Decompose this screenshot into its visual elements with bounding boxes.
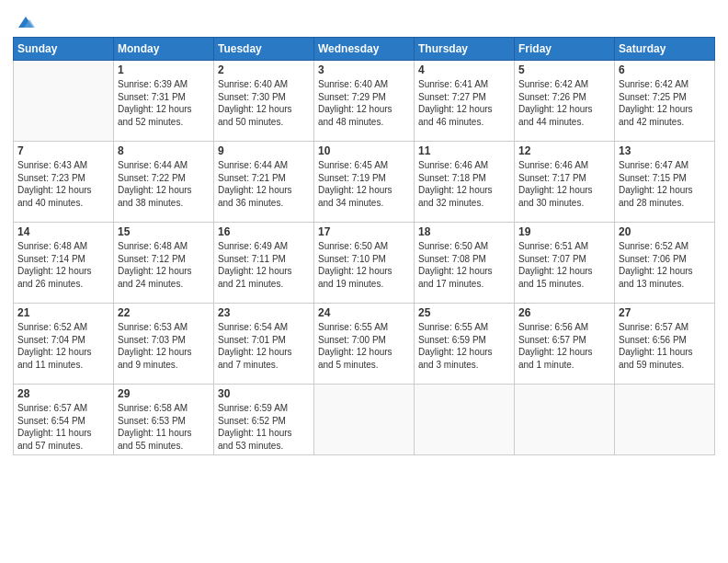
cell-details: Sunrise: 6:45 AMSunset: 7:19 PMDaylight:… [318, 159, 410, 209]
daylight-text: Daylight: 12 hours and 46 minutes. [418, 103, 510, 128]
daylight-text: Daylight: 12 hours and 28 minutes. [619, 184, 711, 209]
daylight-text: Daylight: 12 hours and 5 minutes. [318, 346, 410, 371]
calendar-cell: 14Sunrise: 6:48 AMSunset: 7:14 PMDayligh… [14, 223, 114, 304]
daylight-text: Daylight: 12 hours and 50 minutes. [218, 103, 310, 128]
day-number: 9 [218, 144, 310, 157]
day-number: 16 [218, 225, 310, 238]
daylight-text: Daylight: 12 hours and 40 minutes. [17, 184, 109, 209]
daylight-text: Daylight: 11 hours and 57 minutes. [17, 427, 109, 452]
calendar-cell [14, 61, 114, 142]
cell-details: Sunrise: 6:46 AMSunset: 7:17 PMDaylight:… [518, 159, 610, 209]
calendar-cell: 1Sunrise: 6:39 AMSunset: 7:31 PMDaylight… [114, 61, 214, 142]
calendar-header-thursday: Thursday [415, 38, 515, 61]
calendar-header-friday: Friday [515, 38, 615, 61]
day-number: 10 [318, 144, 410, 157]
calendar-cell [415, 385, 515, 455]
sunrise-text: Sunrise: 6:40 AM [218, 78, 310, 91]
daylight-text: Daylight: 12 hours and 30 minutes. [518, 184, 610, 209]
day-number: 30 [218, 387, 310, 400]
calendar-cell: 7Sunrise: 6:43 AMSunset: 7:23 PMDaylight… [14, 142, 114, 223]
day-number: 12 [518, 144, 610, 157]
day-number: 23 [218, 306, 310, 319]
cell-details: Sunrise: 6:42 AMSunset: 7:26 PMDaylight:… [518, 78, 610, 128]
calendar-cell: 27Sunrise: 6:57 AMSunset: 6:56 PMDayligh… [615, 304, 715, 385]
sunrise-text: Sunrise: 6:47 AM [619, 159, 711, 172]
daylight-text: Daylight: 12 hours and 17 minutes. [418, 265, 510, 290]
sunrise-text: Sunrise: 6:52 AM [17, 321, 109, 334]
sunset-text: Sunset: 7:23 PM [17, 172, 109, 185]
sunset-text: Sunset: 7:12 PM [118, 253, 210, 266]
day-number: 18 [418, 225, 510, 238]
sunset-text: Sunset: 7:11 PM [218, 253, 310, 266]
day-number: 6 [619, 63, 711, 76]
day-number: 24 [318, 306, 410, 319]
calendar-cell: 24Sunrise: 6:55 AMSunset: 7:00 PMDayligh… [314, 304, 415, 385]
sunrise-text: Sunrise: 6:59 AM [218, 402, 310, 415]
daylight-text: Daylight: 12 hours and 24 minutes. [118, 265, 210, 290]
sunset-text: Sunset: 7:31 PM [118, 91, 210, 104]
day-number: 1 [118, 63, 210, 76]
day-number: 13 [619, 144, 711, 157]
daylight-text: Daylight: 11 hours and 53 minutes. [218, 427, 310, 452]
sunset-text: Sunset: 7:30 PM [218, 91, 310, 104]
cell-details: Sunrise: 6:42 AMSunset: 7:25 PMDaylight:… [619, 78, 711, 128]
day-number: 2 [218, 63, 310, 76]
day-number: 4 [418, 63, 510, 76]
sunrise-text: Sunrise: 6:56 AM [518, 321, 610, 334]
calendar-cell [615, 385, 715, 455]
calendar-week-3: 14Sunrise: 6:48 AMSunset: 7:14 PMDayligh… [14, 223, 715, 304]
cell-details: Sunrise: 6:50 AMSunset: 7:08 PMDaylight:… [418, 240, 510, 290]
sunrise-text: Sunrise: 6:50 AM [418, 240, 510, 253]
calendar-cell: 11Sunrise: 6:46 AMSunset: 7:18 PMDayligh… [415, 142, 515, 223]
calendar-header-wednesday: Wednesday [314, 38, 415, 61]
calendar-week-5: 28Sunrise: 6:57 AMSunset: 6:54 PMDayligh… [14, 385, 715, 455]
sunset-text: Sunset: 7:07 PM [518, 253, 610, 266]
daylight-text: Daylight: 12 hours and 19 minutes. [318, 265, 410, 290]
sunset-text: Sunset: 7:27 PM [418, 91, 510, 104]
calendar-cell: 18Sunrise: 6:50 AMSunset: 7:08 PMDayligh… [415, 223, 515, 304]
calendar-cell: 26Sunrise: 6:56 AMSunset: 6:57 PMDayligh… [515, 304, 615, 385]
cell-details: Sunrise: 6:54 AMSunset: 7:01 PMDaylight:… [218, 321, 310, 371]
calendar-cell: 9Sunrise: 6:44 AMSunset: 7:21 PMDaylight… [214, 142, 314, 223]
sunrise-text: Sunrise: 6:41 AM [418, 78, 510, 91]
calendar-cell: 3Sunrise: 6:40 AMSunset: 7:29 PMDaylight… [314, 61, 415, 142]
logo-icon [15, 11, 35, 31]
sunrise-text: Sunrise: 6:44 AM [118, 159, 210, 172]
daylight-text: Daylight: 12 hours and 38 minutes. [118, 184, 210, 209]
calendar-cell [314, 385, 415, 455]
calendar-cell: 4Sunrise: 6:41 AMSunset: 7:27 PMDaylight… [415, 61, 515, 142]
sunrise-text: Sunrise: 6:57 AM [17, 402, 109, 415]
calendar-cell [515, 385, 615, 455]
daylight-text: Daylight: 12 hours and 26 minutes. [17, 265, 109, 290]
calendar-cell: 22Sunrise: 6:53 AMSunset: 7:03 PMDayligh… [114, 304, 214, 385]
calendar-table: SundayMondayTuesdayWednesdayThursdayFrid… [13, 37, 715, 455]
cell-details: Sunrise: 6:44 AMSunset: 7:21 PMDaylight:… [218, 159, 310, 209]
daylight-text: Daylight: 12 hours and 44 minutes. [518, 103, 610, 128]
calendar-cell: 19Sunrise: 6:51 AMSunset: 7:07 PMDayligh… [515, 223, 615, 304]
sunrise-text: Sunrise: 6:55 AM [318, 321, 410, 334]
daylight-text: Daylight: 12 hours and 15 minutes. [518, 265, 610, 290]
cell-details: Sunrise: 6:48 AMSunset: 7:14 PMDaylight:… [17, 240, 109, 290]
daylight-text: Daylight: 12 hours and 48 minutes. [318, 103, 410, 128]
day-number: 8 [118, 144, 210, 157]
day-number: 19 [518, 225, 610, 238]
sunset-text: Sunset: 6:52 PM [218, 415, 310, 428]
sunrise-text: Sunrise: 6:46 AM [518, 159, 610, 172]
sunset-text: Sunset: 7:19 PM [318, 172, 410, 185]
day-number: 20 [619, 225, 711, 238]
daylight-text: Daylight: 11 hours and 55 minutes. [118, 427, 210, 452]
calendar-cell: 10Sunrise: 6:45 AMSunset: 7:19 PMDayligh… [314, 142, 415, 223]
calendar-cell: 16Sunrise: 6:49 AMSunset: 7:11 PMDayligh… [214, 223, 314, 304]
sunset-text: Sunset: 7:25 PM [619, 91, 711, 104]
sunrise-text: Sunrise: 6:46 AM [418, 159, 510, 172]
calendar-week-2: 7Sunrise: 6:43 AMSunset: 7:23 PMDaylight… [14, 142, 715, 223]
daylight-text: Daylight: 12 hours and 11 minutes. [17, 346, 109, 371]
calendar-cell: 20Sunrise: 6:52 AMSunset: 7:06 PMDayligh… [615, 223, 715, 304]
sunrise-text: Sunrise: 6:57 AM [619, 321, 711, 334]
calendar-cell: 2Sunrise: 6:40 AMSunset: 7:30 PMDaylight… [214, 61, 314, 142]
daylight-text: Daylight: 12 hours and 1 minute. [518, 346, 610, 371]
cell-details: Sunrise: 6:57 AMSunset: 6:56 PMDaylight:… [619, 321, 711, 371]
sunset-text: Sunset: 7:18 PM [418, 172, 510, 185]
calendar-cell: 17Sunrise: 6:50 AMSunset: 7:10 PMDayligh… [314, 223, 415, 304]
cell-details: Sunrise: 6:49 AMSunset: 7:11 PMDaylight:… [218, 240, 310, 290]
